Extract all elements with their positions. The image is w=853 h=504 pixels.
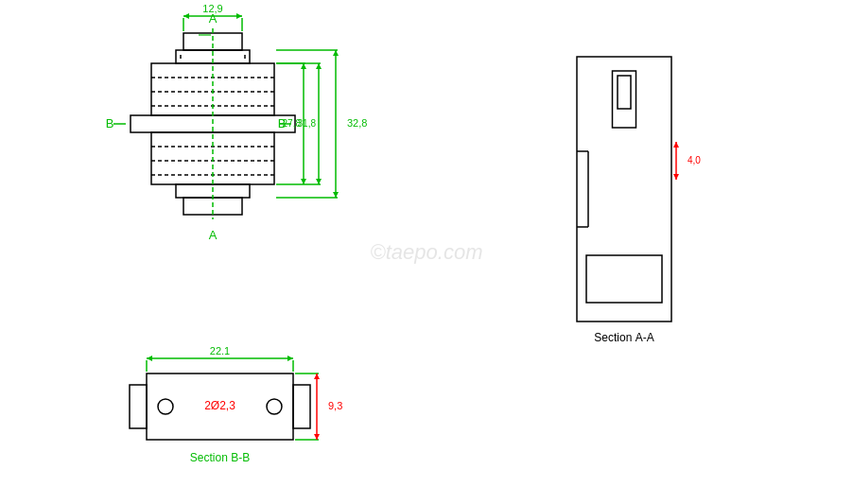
technical-drawing (0, 0, 853, 504)
